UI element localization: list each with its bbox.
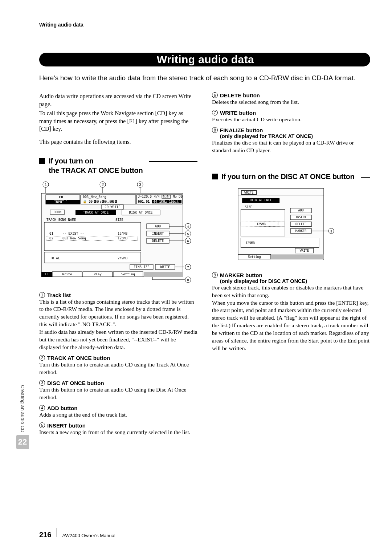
svg-text:003_New_Song: 003_New_Song <box>62 236 86 240</box>
square-bullet-icon <box>39 158 45 164</box>
left-para-1: Audio data write operations are accessed… <box>39 92 197 108</box>
svg-text:3: 3 <box>139 182 141 187</box>
item-9-title: MARKER button <box>220 272 262 278</box>
circled-2-icon: 2 <box>39 355 45 361</box>
svg-text:TRACK SONG NAME: TRACK SONG NAME <box>46 218 76 222</box>
svg-text:44.1KHz 16bit: 44.1KHz 16bit <box>153 200 179 203</box>
svg-text:4/4: 4/4 <box>154 195 160 198</box>
item-3-body: Turn this button on to create an audio C… <box>39 386 197 401</box>
intro-paragraph: Here's how to write the audio data from … <box>39 74 370 83</box>
item-1-body: This is a list of the songs containing s… <box>39 298 197 329</box>
cd-write-screenshot-disc-at-once: WRITE DISK AT ONCE SIZE 125MB F ADD <box>237 187 346 263</box>
heading-line2: the TRACK AT ONCE button <box>49 166 143 174</box>
manual-title: AW2400 Owner's Manual <box>62 533 115 538</box>
circled-9-icon: 9 <box>212 272 218 278</box>
item-9-body: For each stereo track, this enables or d… <box>212 284 370 299</box>
subsection-heading-track-at-once: If you turn on the TRACK AT ONCE button <box>39 156 197 175</box>
svg-text:DISK AT ONCE: DISK AT ONCE <box>129 211 152 214</box>
item-9-body2: When you move the cursor to this button … <box>212 299 370 352</box>
svg-text:TOTAL: TOTAL <box>50 256 60 260</box>
svg-text:🔒 00: 🔒 00 <box>83 199 93 204</box>
svg-text:Setting: Setting <box>248 255 261 258</box>
circled-3-icon: 3 <box>39 380 45 386</box>
left-para-3: This page contains the following items. <box>39 138 197 146</box>
item-6: 6DELETE button Deletes the selected song… <box>212 92 370 106</box>
item-5-body: Inserts a new song in front of the song … <box>39 429 197 436</box>
item-2-body: Turn this button on to create an audio C… <box>39 361 197 376</box>
svg-text:Write: Write <box>62 272 72 276</box>
item-8-title: FINALIZE button <box>220 127 263 133</box>
item-6-title: DELETE button <box>220 92 260 98</box>
item-9-sub: (only displayed for DISC AT ONCE) <box>220 278 370 284</box>
footer-divider <box>56 528 57 537</box>
svg-text:INSERT: INSERT <box>295 215 306 219</box>
section-title-banner: Writing audio data <box>39 51 370 68</box>
svg-text:DELETE: DELETE <box>295 222 306 226</box>
circled-4-icon: 4 <box>39 405 45 411</box>
svg-text:Play: Play <box>94 272 102 276</box>
banner-bar: Writing audio data <box>41 53 370 66</box>
svg-text:00:00.000: 00:00.000 <box>94 199 117 204</box>
item-4: 4ADD button Adds a song at the end of th… <box>39 405 197 419</box>
svg-rect-78 <box>144 272 183 277</box>
item-1: 1Track list This is a list of the songs … <box>39 292 197 351</box>
svg-text:J=120.0: J=120.0 <box>138 195 152 198</box>
cd-write-screenshot-track-at-once: 1 2 3 CD <box>39 181 192 283</box>
square-bullet-icon <box>212 174 218 179</box>
left-body: Audio data write operations are accessed… <box>39 92 197 146</box>
svg-text:CD: CD <box>59 195 63 199</box>
svg-text:DELETE: DELETE <box>152 239 164 243</box>
svg-text:DISK AT ONCE: DISK AT ONCE <box>250 198 272 202</box>
svg-text:8: 8 <box>187 278 189 282</box>
svg-text:F: F <box>278 222 279 226</box>
heading-rule <box>361 177 370 178</box>
item-7: 7WRITE button Executes the actual CD wri… <box>212 110 370 123</box>
circled-1-icon: 1 <box>39 292 45 298</box>
chapter-number-tab: 22 <box>16 435 29 449</box>
svg-text:001.01: 001.01 <box>138 200 150 203</box>
circled-8-icon: 8 <box>212 127 218 133</box>
item-9: 9MARKER button (only displayed for DISC … <box>212 272 370 352</box>
item-8: 8FINALIZE button (only displayed for TRA… <box>212 127 370 154</box>
item-3: 3DISC AT ONCE button Turn this button on… <box>39 380 197 401</box>
item-2: 2TRACK AT ONCE button Turn this button o… <box>39 355 197 376</box>
heading-dao: If you turn on the DISC AT ONCE button <box>221 172 354 181</box>
svg-text:TRACK AT ONCE: TRACK AT ONCE <box>83 211 109 214</box>
svg-text:F1: F1 <box>45 272 49 276</box>
svg-text:1: 1 <box>45 182 47 187</box>
page-footer: 216 AW2400 Owner's Manual <box>39 528 115 539</box>
svg-text:0.0: 0.0 <box>163 195 168 199</box>
banner-dot <box>39 53 53 66</box>
svg-text:ADD: ADD <box>298 208 304 212</box>
svg-text:9: 9 <box>330 229 332 233</box>
item-1-body2: If audio data has already been written t… <box>39 328 197 351</box>
svg-text:5: 5 <box>187 232 189 236</box>
item-7-title: WRITE button <box>220 110 256 116</box>
item-4-body: Adds a song at the end of the track list… <box>39 411 197 419</box>
svg-text:125MB: 125MB <box>118 236 127 240</box>
svg-text:INPUT 1: INPUT 1 <box>54 200 68 204</box>
item-3-title: DISC AT ONCE button <box>47 380 104 386</box>
item-4-title: ADD button <box>47 405 77 411</box>
svg-text:003_New_Song: 003_New_Song <box>83 195 106 199</box>
svg-text:249MB: 249MB <box>118 256 127 260</box>
svg-text:6: 6 <box>187 239 189 243</box>
svg-rect-111 <box>271 254 324 259</box>
svg-text:ADD: ADD <box>155 224 161 228</box>
item-1-title: Track list <box>47 292 71 298</box>
left-para-2: To call this page press the Work Navigat… <box>39 109 197 133</box>
svg-text:-- EXIST --: -- EXIST -- <box>62 232 84 235</box>
svg-text:7: 7 <box>187 266 189 269</box>
svg-text:INSERT: INSERT <box>152 232 164 235</box>
section-title: Writing audio data <box>157 53 254 66</box>
svg-text:CD WRITE: CD WRITE <box>105 205 120 209</box>
svg-text:FINALIZE: FINALIZE <box>134 265 149 269</box>
item-6-body: Deletes the selected song from the list. <box>212 98 370 106</box>
svg-text:WRITE: WRITE <box>300 249 309 252</box>
item-5-title: INSERT button <box>47 422 86 429</box>
item-5: 5INSERT button Inserts a new song in fro… <box>39 422 197 436</box>
svg-text:125MB: 125MB <box>256 222 265 226</box>
running-head: Writing audio data <box>39 22 370 30</box>
subsection-heading-disc-at-once: If you turn on the DISC AT ONCE button <box>212 172 370 181</box>
svg-text:02: 02 <box>49 236 53 240</box>
